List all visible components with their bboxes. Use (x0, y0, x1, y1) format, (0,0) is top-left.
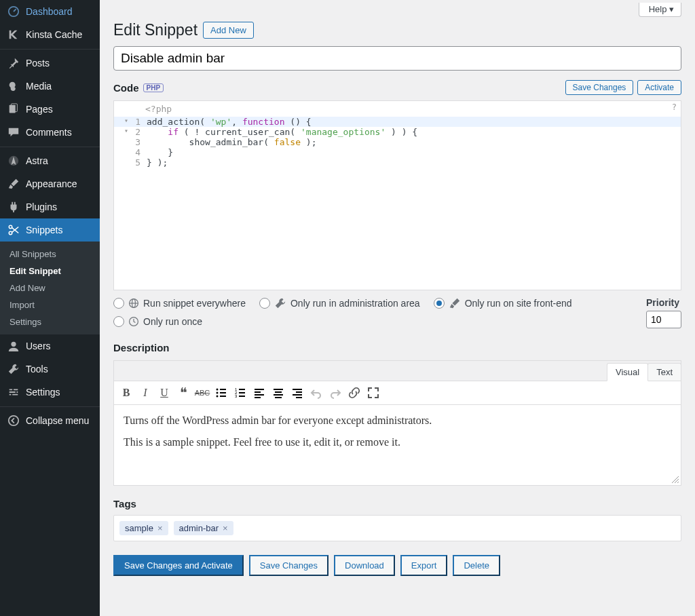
svg-rect-26 (255, 394, 264, 396)
scope-label: Run snippet everywhere (143, 298, 246, 309)
wrench-icon (7, 362, 20, 376)
svg-point-8 (9, 416, 18, 425)
tag-chip: admin-bar× (174, 521, 233, 535)
help-tab[interactable]: Help ▾ (639, 3, 681, 17)
sidebar-item-snippets[interactable]: Snippets (0, 218, 100, 242)
wrench-icon (274, 297, 286, 309)
submenu-item[interactable]: Add New (0, 280, 100, 296)
sidebar-item-plugins[interactable]: Plugins (0, 195, 100, 218)
underline-icon[interactable]: U (155, 383, 174, 402)
scope-option-frontend[interactable]: Only run on site front-end (434, 297, 572, 309)
sidebar-item-dashboard[interactable]: Dashboard (0, 0, 100, 23)
scope-option-once[interactable]: Only run once (113, 316, 202, 327)
svg-rect-28 (274, 389, 283, 390)
tab-text[interactable]: Text (647, 363, 681, 381)
sidebar-item-label: Media (26, 81, 52, 92)
save-changes-top-button[interactable]: Save Changes (565, 80, 634, 95)
kinsta-icon (7, 28, 20, 41)
collapse-icon (7, 414, 20, 427)
svg-rect-13 (220, 389, 226, 390)
sidebar-item-label: Users (26, 341, 51, 351)
sidebar-item-astra[interactable]: Astra (0, 149, 100, 172)
italic-icon[interactable]: I (136, 383, 155, 402)
svg-rect-30 (274, 394, 283, 396)
sidebar-item-pages[interactable]: Pages (0, 98, 100, 121)
sidebar-item-settings[interactable]: Settings (0, 381, 100, 404)
link-icon[interactable] (345, 383, 364, 402)
scissors-icon (7, 223, 20, 237)
submenu-item[interactable]: Edit Snippet (0, 263, 100, 280)
pages-icon (7, 102, 20, 116)
user-icon (7, 339, 20, 353)
scope-option-admin[interactable]: Only run in administration area (259, 297, 420, 309)
media-icon (7, 79, 20, 93)
description-editor: Visual Text BIU❝ABC123 Turns off the Wor… (113, 360, 681, 486)
quote-icon[interactable]: ❝ (174, 383, 193, 402)
download-button[interactable]: Download (334, 555, 395, 576)
resize-handle-icon[interactable] (671, 476, 679, 484)
priority-input[interactable] (646, 311, 681, 328)
sidebar-item-users[interactable]: Users (0, 334, 100, 358)
numbered-list-icon[interactable]: 123 (231, 383, 250, 402)
scope-option-everywhere[interactable]: Run snippet everywhere (113, 297, 246, 309)
sidebar-item-label: Comments (26, 127, 72, 138)
editor-body[interactable]: Turns off the WordPress admin bar for ev… (114, 405, 681, 485)
help-icon[interactable]: ? (672, 102, 677, 112)
fullscreen-icon[interactable] (364, 383, 383, 402)
activate-button[interactable]: Activate (637, 80, 681, 95)
sidebar-item-label: Plugins (26, 201, 57, 212)
sidebar-item-tools[interactable]: Tools (0, 358, 100, 381)
align-center-icon[interactable] (269, 383, 288, 402)
align-right-icon[interactable] (288, 383, 307, 402)
scope-label: Only run in administration area (290, 298, 420, 309)
redo-icon[interactable] (326, 383, 345, 402)
tags-box[interactable]: sample×admin-bar× (113, 515, 681, 541)
svg-rect-35 (296, 397, 302, 398)
bullet-list-icon[interactable] (212, 383, 231, 402)
svg-rect-27 (255, 397, 261, 398)
editor-toolbar: BIU❝ABC123 (114, 381, 681, 405)
tag-label: sample (125, 523, 153, 533)
sidebar-item-posts[interactable]: Posts (0, 52, 100, 75)
submenu-item[interactable]: All Snippets (0, 246, 100, 263)
snippet-title-input[interactable] (113, 46, 681, 71)
delete-button[interactable]: Delete (453, 555, 500, 576)
code-editor[interactable]: <?php? ▾1add_action( 'wp', function () {… (113, 100, 681, 290)
sidebar-item-label: Settings (26, 387, 60, 398)
bold-icon[interactable]: B (117, 383, 136, 402)
svg-rect-23 (239, 396, 245, 397)
svg-rect-15 (220, 392, 226, 393)
sliders-icon (7, 385, 20, 399)
align-left-icon[interactable] (250, 383, 269, 402)
strikethrough-icon[interactable]: ABC (193, 383, 212, 402)
priority-label: Priority (646, 297, 681, 308)
sidebar-item-appearance[interactable]: Appearance (0, 172, 100, 195)
svg-rect-17 (220, 396, 226, 397)
brush-icon (449, 297, 461, 309)
undo-icon[interactable] (307, 383, 326, 402)
php-badge: PHP (143, 83, 164, 92)
sidebar-item-comments[interactable]: Comments (0, 121, 100, 144)
radio-icon (259, 298, 270, 309)
scope-label: Only run once (143, 316, 202, 327)
comment-icon (7, 126, 20, 139)
tag-remove-icon[interactable]: × (157, 523, 163, 533)
tab-visual[interactable]: Visual (607, 363, 648, 381)
export-button[interactable]: Export (400, 555, 448, 576)
sidebar-item-label: Dashboard (26, 6, 73, 17)
save-activate-button[interactable]: Save Changes and Activate (113, 555, 244, 576)
tag-label: admin-bar (179, 523, 219, 533)
sidebar-item-media[interactable]: Media (0, 75, 100, 98)
sidebar-item-kinsta[interactable]: Kinsta Cache (0, 23, 100, 46)
svg-point-16 (217, 396, 219, 398)
submenu-item[interactable]: Settings (0, 313, 100, 330)
tag-remove-icon[interactable]: × (223, 523, 228, 533)
sidebar-item-collapse[interactable]: Collapse menu (0, 409, 100, 432)
svg-rect-33 (296, 391, 302, 393)
radio-icon (113, 298, 124, 309)
radio-icon (434, 298, 445, 309)
save-changes-button[interactable]: Save Changes (249, 555, 328, 576)
add-new-button[interactable]: Add New (203, 22, 254, 39)
submenu-item[interactable]: Import (0, 296, 100, 313)
svg-rect-31 (275, 397, 282, 398)
